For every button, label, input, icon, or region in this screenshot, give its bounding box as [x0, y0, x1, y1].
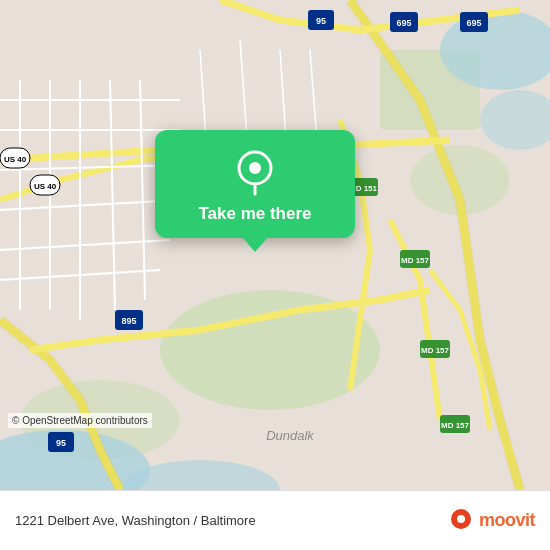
svg-text:MD 157: MD 157: [441, 421, 470, 430]
svg-point-53: [457, 515, 465, 523]
footer-bar: 1221 Delbert Ave, Washington / Baltimore…: [0, 490, 550, 550]
location-pin-icon: [231, 148, 279, 196]
svg-text:95: 95: [56, 438, 66, 448]
svg-text:895: 895: [121, 316, 136, 326]
svg-text:US 40: US 40: [4, 155, 27, 164]
svg-text:US 40: US 40: [34, 182, 57, 191]
navigation-popup[interactable]: Take me there: [155, 130, 355, 238]
popup-arrow: [241, 236, 269, 252]
svg-text:95: 95: [316, 16, 326, 26]
svg-text:MD 157: MD 157: [401, 256, 430, 265]
svg-text:695: 695: [466, 18, 481, 28]
map-area: 695 695 95 95 895 US 40 US 40 US 40 MD 1…: [0, 0, 550, 490]
take-me-there-label: Take me there: [198, 204, 311, 224]
svg-text:695: 695: [396, 18, 411, 28]
svg-point-1: [160, 290, 380, 410]
address-label: 1221 Delbert Ave, Washington / Baltimore: [15, 513, 437, 528]
svg-text:Dundalk: Dundalk: [266, 428, 315, 443]
svg-text:MD 157: MD 157: [421, 346, 450, 355]
map-attribution: © OpenStreetMap contributors: [8, 413, 152, 428]
moovit-brand-label: moovit: [479, 510, 535, 531]
svg-point-50: [249, 162, 261, 174]
moovit-icon: [447, 507, 475, 535]
moovit-logo: moovit: [447, 507, 535, 535]
